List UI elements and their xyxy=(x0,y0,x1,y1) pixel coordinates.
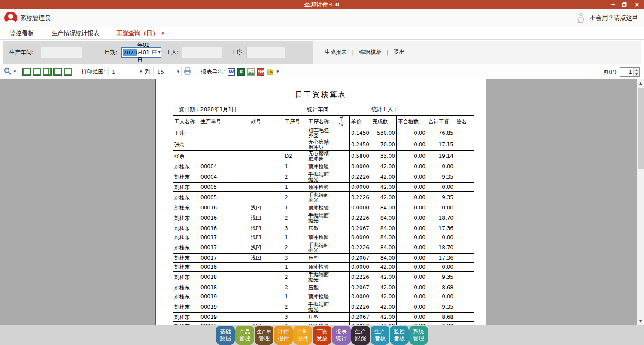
table-cell: 无心磨精 磨冲身 xyxy=(307,151,337,162)
report-viewport: 日工资核算表 工资日期：2020年1月1日 统计车间： 统计工人： 工人名称生产… xyxy=(0,79,644,325)
layout-2page-icon[interactable] xyxy=(33,68,41,76)
title-bar: 企邦计件3.0 × xyxy=(0,0,644,9)
nav-button-label: 生产 xyxy=(355,328,366,335)
table-cell: 浅凹 xyxy=(249,322,283,325)
table-cell xyxy=(249,283,283,292)
table-cell xyxy=(455,127,474,139)
print-to-select[interactable]: 15▼ xyxy=(153,67,182,76)
table-cell: 浅凹 xyxy=(249,233,283,242)
exit-button[interactable]: 退出 xyxy=(394,48,405,56)
table-cell: 0.0000 xyxy=(350,162,371,171)
table-cell: 42.00 xyxy=(371,183,397,192)
worker-input[interactable] xyxy=(182,47,222,58)
table-cell xyxy=(337,263,350,272)
scroll-down-icon[interactable]: ▼ xyxy=(637,318,644,325)
table-cell: 0.00 xyxy=(397,171,427,183)
workshop-input[interactable] xyxy=(41,47,82,58)
table-cell: 0.00 xyxy=(397,183,427,192)
table-cell: 手抛端面 抛光 xyxy=(307,242,337,254)
calendar-icon[interactable] xyxy=(152,49,157,56)
nav-button-监控看板[interactable]: 监控看板 xyxy=(390,326,409,345)
page-value[interactable]: 1 xyxy=(620,68,633,76)
table-cell: 0.00 xyxy=(397,233,427,242)
spin-down-icon[interactable]: ▼ xyxy=(634,72,639,76)
table-cell xyxy=(249,313,283,322)
page-spinner[interactable]: 1 ▲▼ xyxy=(620,67,640,77)
user-avatar-icon xyxy=(4,12,17,24)
layout-6page-icon[interactable] xyxy=(64,68,72,76)
table-cell: 42.00 xyxy=(371,292,397,301)
nav-button-产品管理[interactable]: 产品管理 xyxy=(235,326,254,345)
table-row: 张余无心磨精 磨冲身0.245070.000.0017.15 xyxy=(173,139,474,151)
export-pdf-icon[interactable]: PDF xyxy=(257,68,264,76)
export-word-icon[interactable]: W xyxy=(228,68,235,76)
vertical-scrollbar[interactable]: ▲ ▼ xyxy=(637,79,644,325)
table-cell: 0.2226 xyxy=(350,212,371,224)
nav-button-计时报件[interactable]: 计时报件 xyxy=(293,326,312,345)
table-cell: 84.00 xyxy=(371,203,397,212)
table-cell: 刘桂东 xyxy=(173,203,199,212)
spin-up-icon[interactable]: ▲ xyxy=(634,68,639,72)
print-from-select[interactable]: 1▼ xyxy=(108,67,144,76)
table-cell: 00004 xyxy=(199,171,249,183)
date-label: 日期: xyxy=(104,41,117,64)
nav-button-label: 生产 xyxy=(374,328,386,335)
tab-production-report[interactable]: 生产情况统计报表 xyxy=(48,27,103,39)
nav-button-生产单管理[interactable]: 生产单管理 xyxy=(255,326,273,345)
date-input[interactable]: 2020年01月01日 ▼ xyxy=(121,47,161,58)
table-cell xyxy=(337,313,350,322)
zoom-dropdown-icon[interactable]: ▼ xyxy=(14,70,16,73)
export-image-icon[interactable] xyxy=(247,68,255,76)
table-cell: 2 xyxy=(283,171,307,183)
export-excel-icon[interactable]: X xyxy=(237,68,245,76)
scroll-up-icon[interactable]: ▲ xyxy=(637,79,644,87)
nav-button-生产看板[interactable]: 生产看板 xyxy=(371,326,389,345)
date-dropdown-icon[interactable]: ▼ xyxy=(158,51,161,54)
report-table-body: 王帅粗车毛坯 外圆0.1450530.000.0076.85张余无心磨精 磨冲身… xyxy=(173,127,474,325)
scrollbar-thumb[interactable] xyxy=(638,88,644,169)
table-cell: 3 xyxy=(283,283,307,292)
layout-1page-icon[interactable] xyxy=(22,68,31,76)
nav-button-生产跟踪[interactable]: 生产跟踪 xyxy=(351,326,370,345)
minimize-icon[interactable] xyxy=(611,4,615,5)
table-cell: 0.00 xyxy=(397,151,427,162)
table-cell: 2 xyxy=(283,212,307,224)
worker-label: 工人: xyxy=(166,41,179,64)
table-cell: 42.00 xyxy=(371,272,397,283)
tab-wage-query-day[interactable]: 工资查询（日） x xyxy=(112,27,169,39)
table-cell xyxy=(337,301,350,313)
restore-icon[interactable] xyxy=(622,2,627,8)
close-icon[interactable]: × xyxy=(634,0,640,9)
table-cell: 顶冲检验 xyxy=(307,183,337,192)
table-cell: 刘桂东 xyxy=(173,233,199,242)
process-input[interactable] xyxy=(246,47,285,58)
layout-4page-icon[interactable] xyxy=(53,68,62,76)
table-row: 王帅粗车毛坯 外圆0.1450530.000.0076.85 xyxy=(173,127,474,139)
table-row: 刘桂东000192手抛端面 抛光0.222642.000.009.35 xyxy=(173,301,474,313)
nav-button-系统管理[interactable]: 系统管理 xyxy=(409,326,428,345)
table-cell: 刘桂东 xyxy=(173,272,199,283)
table-cell xyxy=(199,127,249,139)
nav-button-报表统计[interactable]: 报表统计 xyxy=(332,326,351,345)
table-cell: 17.36 xyxy=(427,254,455,263)
nav-button-工资发放[interactable]: 工资发放 xyxy=(313,326,331,345)
generate-report-button[interactable]: 生成报表 xyxy=(325,48,347,56)
table-row: 刘桂东000182手抛端面 抛光0.222642.000.009.35 xyxy=(173,272,474,283)
edit-template-button[interactable]: 编辑模板 xyxy=(359,48,381,56)
zoom-icon[interactable] xyxy=(3,67,12,76)
printer-icon[interactable] xyxy=(183,67,192,76)
nav-button-label: 报件 xyxy=(278,335,289,342)
help-link[interactable]: 不会用？请点这里 xyxy=(575,9,638,27)
nav-button-label: 跟踪 xyxy=(355,335,366,342)
table-cell: 0.00 xyxy=(397,242,427,254)
layout-3page-icon[interactable] xyxy=(43,68,52,76)
tab-close-icon[interactable]: x xyxy=(161,27,164,39)
export-other-icon[interactable] xyxy=(267,68,274,76)
table-cell: 粗车毛坯 外圆 xyxy=(307,127,337,139)
table-cell xyxy=(337,171,350,183)
nav-button-基础数据[interactable]: 基础数据 xyxy=(216,326,235,345)
tab-monitor-board[interactable]: 监控看板 xyxy=(6,27,37,39)
nav-button-label: 产品 xyxy=(239,328,250,335)
nav-button-计件报件[interactable]: 计件报件 xyxy=(274,326,293,345)
export-dropdown-icon[interactable]: ▼ xyxy=(276,70,279,73)
